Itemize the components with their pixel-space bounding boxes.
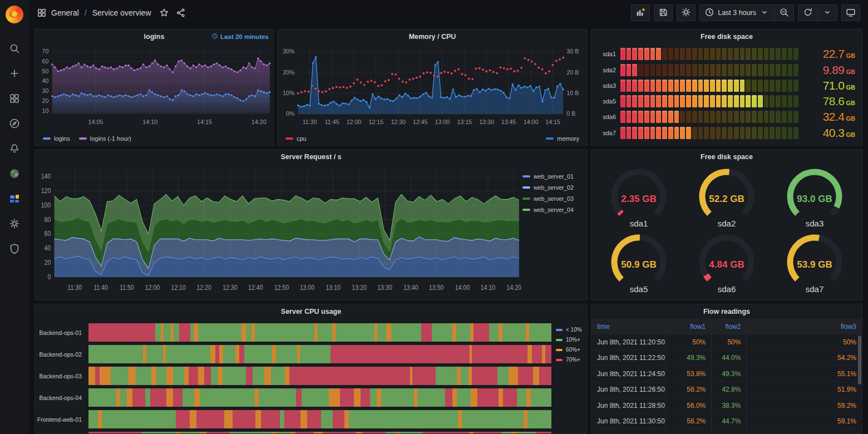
legend-item[interactable]: web_server_04 (522, 206, 587, 213)
legend-item[interactable]: 70%+ (556, 357, 584, 363)
timeline-segment (88, 367, 95, 385)
share-icon[interactable] (176, 8, 186, 18)
timeline-segment (145, 388, 150, 407)
sidebar-item-admin[interactable] (4, 241, 24, 258)
legend-swatch (556, 359, 563, 361)
svg-text:4.84 GB: 4.84 GB (709, 259, 744, 270)
time-range-picker[interactable]: Last 3 hours (700, 5, 774, 21)
led-cell (656, 48, 661, 60)
logins-chart-svg[interactable]: 1020304050607014:0514:1014:1514:20 (35, 44, 273, 132)
svg-text:12:30: 12:30 (223, 284, 238, 291)
sidebar-item-create[interactable] (4, 66, 24, 83)
led-cell (620, 64, 625, 76)
column-header-time[interactable]: time (591, 319, 666, 334)
sidebar-item-world[interactable] (4, 166, 24, 183)
svg-text:10: 10 (42, 107, 49, 114)
legend-item[interactable]: web_server_01 (522, 173, 587, 180)
table-scrollbar[interactable] (858, 336, 861, 384)
column-header-flow3[interactable]: flow3 (747, 319, 862, 334)
timeline-segment (142, 432, 176, 434)
led-cell (650, 95, 655, 107)
dashboard-settings-button[interactable] (677, 4, 696, 21)
led-cell (782, 80, 787, 92)
panel-title-server-requests[interactable]: Server Request / s (35, 150, 587, 164)
legend-item[interactable]: < 10% (556, 327, 584, 333)
disk-label: sda7 (596, 130, 616, 136)
timeline-segment (184, 367, 189, 385)
sidebar-item-dashboards[interactable] (4, 91, 24, 108)
timeline-segment (289, 367, 410, 385)
zoom-out-button[interactable] (775, 5, 793, 21)
led-cell (704, 127, 709, 139)
refresh-interval-button[interactable] (818, 5, 837, 21)
panel-title-server-cpu-usage[interactable]: Server CPU usage (35, 304, 587, 319)
legend-item[interactable]: logins (-1 hour) (79, 135, 131, 142)
timeline-row-bar[interactable] (88, 432, 551, 434)
led-cell (782, 48, 787, 60)
legend-item[interactable]: web_server_03 (522, 195, 587, 202)
legend-item[interactable]: logins (43, 135, 70, 142)
panel-free-disk-gauges: Free disk space 2.35 GBsda152.2 GBsda293… (591, 149, 862, 300)
server-requests-legend: web_server_01web_server_02web_server_03w… (522, 164, 587, 300)
led-cell (680, 127, 685, 139)
logins-chart[interactable]: 1020304050607014:0514:1014:1514:20 (35, 44, 273, 132)
timeline-row-bar[interactable] (88, 345, 551, 363)
disk-bar-row: sda122.7GB (596, 47, 855, 61)
sidebar-item-configuration[interactable] (4, 216, 24, 233)
memory-cpu-chart[interactable]: 0%0 B10%10 B20%20 B30%30 B11:3011:4512:0… (278, 44, 587, 132)
legend-item[interactable]: cpu (285, 135, 307, 142)
timeline-segment (88, 410, 98, 428)
grafana-logo[interactable] (6, 6, 23, 23)
panel-title-flow-readings[interactable]: Flow readings (591, 304, 862, 319)
timeline-segment (233, 410, 256, 428)
breadcrumb-folder[interactable]: General (51, 8, 79, 17)
disk-label: sda2 (596, 67, 616, 73)
legend-item[interactable]: 60%+ (556, 347, 584, 353)
memory-cpu-chart-svg[interactable]: 0%0 B10%10 B20%20 B30%30 B11:3011:4512:0… (278, 44, 587, 132)
timeline-row: Frontend-web-01 (35, 410, 551, 428)
led-cell (728, 64, 733, 76)
disk-value: 40.3GB (803, 126, 855, 140)
timeline-segment (344, 410, 349, 428)
svg-text:13:00: 13:00 (435, 119, 450, 125)
timeline-segment (489, 323, 499, 342)
panel-title-memory-cpu[interactable]: Memory / CPU (278, 29, 587, 44)
cell-flow2: 43.6% (712, 430, 747, 434)
sidebar-item-search[interactable] (4, 41, 24, 58)
breadcrumb-dashboard[interactable]: Service overview (92, 8, 151, 17)
timeline-segment (285, 367, 289, 385)
legend-item[interactable]: memory (546, 135, 579, 142)
save-dashboard-button[interactable] (654, 4, 673, 21)
svg-text:11:30: 11:30 (303, 119, 317, 125)
panel-title-free-disk-bars[interactable]: Free disk space (591, 29, 862, 44)
timeline-row-bar[interactable] (88, 367, 551, 385)
legend-item[interactable]: web_server_02 (522, 184, 587, 191)
tv-mode-button[interactable] (841, 4, 860, 21)
add-panel-button[interactable] (631, 4, 650, 21)
cell-flow1: 58.2% (666, 414, 712, 430)
server-requests-chart[interactable]: 14012010080604020011:3011:4011:5012:0012… (35, 164, 522, 300)
timeline-row-bar[interactable] (88, 388, 551, 407)
sidebar-item-explore[interactable] (4, 116, 24, 133)
timeline-row-bar[interactable] (88, 410, 551, 428)
star-icon[interactable] (159, 8, 169, 18)
legend-item[interactable]: 10%+ (556, 337, 584, 343)
column-header-flow1[interactable]: flow1 (666, 319, 712, 334)
sidebar-item-alerting[interactable] (4, 141, 24, 158)
cell-flow1: 49.3% (666, 351, 712, 366)
column-header-flow2[interactable]: flow2 (712, 319, 747, 334)
memory-cpu-legend: cpumemory (278, 132, 587, 145)
panel-title-free-disk-gauges[interactable]: Free disk space (591, 150, 862, 164)
timeline-row-bar[interactable] (88, 323, 551, 342)
refresh-button[interactable] (798, 5, 817, 21)
dashboards-icon[interactable] (37, 8, 47, 18)
panel-time-override[interactable]: Last 20 minutes (211, 29, 269, 44)
time-range-label: Last 3 hours (718, 9, 756, 17)
timeline-segment (539, 367, 551, 385)
server-requests-chart-svg[interactable]: 14012010080604020011:3011:4011:5012:0012… (35, 164, 522, 300)
led-cell (770, 48, 775, 60)
timeline-row-label: Frontend-web-01 (35, 416, 88, 423)
sidebar-item-panels[interactable] (4, 191, 24, 208)
cell-flow3: 64.2% (747, 430, 862, 434)
led-cell (686, 48, 691, 60)
